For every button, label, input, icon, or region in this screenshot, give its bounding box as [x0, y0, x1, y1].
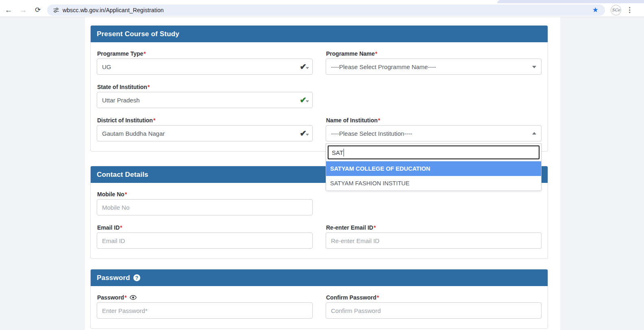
programme-type-value: UG — [102, 63, 111, 70]
dropdown-option[interactable]: SATYAM COLLEGE OF EDUCATION — [326, 161, 541, 176]
state-of-institution-select[interactable]: Uttar Pradesh ✔ — [97, 92, 313, 108]
profile-avatar[interactable]: SCe — [611, 5, 621, 15]
re-enter-email-id-input[interactable] — [326, 232, 542, 249]
panel-password: Password ? Password* Confirm Password* — [90, 269, 548, 329]
mobile-no-label: Mobile No* — [97, 191, 313, 198]
confirm-password-label: Confirm Password* — [326, 294, 542, 301]
required-asterisk: * — [144, 50, 146, 57]
valid-check-icon: ✔ — [300, 94, 307, 106]
name-of-institution-select[interactable]: ----Please Select Institution---- — [326, 125, 542, 141]
chevron-down-icon — [532, 66, 536, 70]
institution-search-input[interactable]: SAT — [328, 145, 540, 159]
district-of-institution-value: Gautam Buddha Nagar — [102, 130, 165, 137]
required-asterisk: * — [374, 224, 376, 231]
browser-top-strip — [0, 0, 644, 3]
required-asterisk: * — [375, 50, 377, 57]
panel-header-present-course: Present Course of Study — [91, 26, 548, 42]
help-question-icon[interactable]: ? — [133, 274, 140, 281]
section-title: Present Course of Study — [97, 30, 179, 38]
programme-type-label: Programme Type* — [97, 50, 313, 57]
show-password-eye-icon[interactable] — [130, 295, 137, 300]
site-info-icon[interactable] — [53, 7, 59, 13]
institution-option-list: SATYAM COLLEGE OF EDUCATION SATYAM FASHI… — [326, 161, 541, 191]
state-of-institution-value: Uttar Pradesh — [102, 97, 140, 104]
required-asterisk: * — [378, 117, 380, 124]
programme-name-label: Programme Name* — [326, 50, 542, 57]
email-id-input[interactable] — [97, 232, 313, 249]
browser-toolbar: ← → ⟳ wbscc.wb.gov.in/Applicant_Registra… — [0, 3, 644, 17]
reload-icon[interactable]: ⟳ — [32, 4, 44, 16]
address-bar[interactable]: wbscc.wb.gov.in/Applicant_Registration ★ — [47, 4, 605, 16]
section-title: Contact Details — [97, 171, 148, 179]
required-asterisk: * — [120, 224, 122, 231]
institution-dropdown: SAT SATYAM COLLEGE OF EDUCATION SATYAM F… — [326, 143, 542, 191]
district-of-institution-label: District of Institution* — [97, 117, 313, 124]
required-asterisk: * — [124, 294, 126, 301]
valid-check-icon: ✔ — [300, 61, 307, 72]
window-edge — [497, 0, 644, 3]
mobile-no-input[interactable] — [97, 199, 313, 215]
re-enter-email-id-label: Re-enter Email ID* — [326, 224, 542, 231]
bookmark-star-icon[interactable]: ★ — [592, 6, 598, 14]
state-of-institution-label: State of Institution* — [97, 84, 313, 90]
password-label: Password* — [97, 294, 313, 301]
email-id-label: Email ID* — [97, 224, 313, 231]
password-input[interactable] — [97, 302, 313, 319]
back-icon[interactable]: ← — [2, 4, 15, 16]
programme-type-select[interactable]: UG ✔ — [97, 59, 313, 75]
programme-name-select[interactable]: ----Please Select Programme Name---- — [326, 59, 542, 75]
panel-present-course: Present Course of Study Programme Type* … — [90, 25, 548, 152]
name-of-institution-label: Name of Institution* — [326, 117, 542, 124]
panel-header-password: Password ? — [91, 269, 548, 286]
name-of-institution-value: ----Please Select Institution---- — [331, 130, 412, 137]
dropdown-option[interactable]: SATYAM FASHION INSTITUE — [326, 176, 541, 191]
url-text[interactable]: wbscc.wb.gov.in/Applicant_Registration — [63, 7, 592, 13]
search-text: SAT — [332, 149, 343, 156]
section-title: Password — [97, 274, 130, 282]
required-asterisk: * — [148, 84, 150, 90]
required-asterisk: * — [153, 117, 155, 124]
forward-icon[interactable]: → — [17, 4, 29, 16]
district-of-institution-select[interactable]: Gautam Buddha Nagar ✔ — [97, 125, 313, 141]
chevron-up-icon — [532, 130, 536, 135]
valid-check-icon: ✔ — [300, 128, 307, 139]
required-asterisk: * — [125, 191, 127, 198]
programme-name-value: ----Please Select Programme Name---- — [331, 63, 436, 70]
required-asterisk: * — [377, 294, 379, 301]
browser-menu-icon[interactable]: ⋮ — [626, 6, 633, 14]
text-cursor — [344, 149, 344, 156]
confirm-password-input[interactable] — [326, 302, 542, 319]
